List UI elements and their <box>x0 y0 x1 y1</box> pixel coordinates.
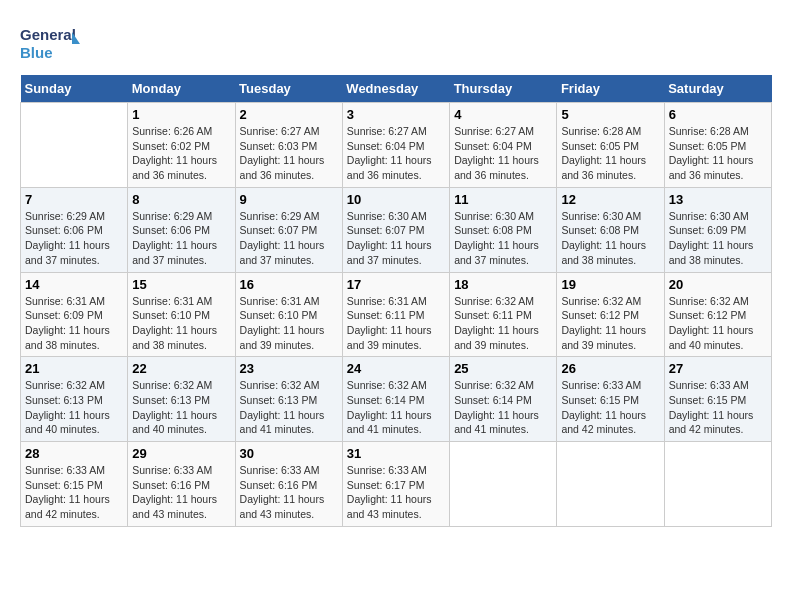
calendar-cell: 2Sunrise: 6:27 AM Sunset: 6:03 PM Daylig… <box>235 103 342 188</box>
calendar-header-row: SundayMondayTuesdayWednesdayThursdayFrid… <box>21 75 772 103</box>
day-detail: Sunrise: 6:32 AM Sunset: 6:12 PM Dayligh… <box>669 294 767 353</box>
header-sunday: Sunday <box>21 75 128 103</box>
day-number: 24 <box>347 361 445 376</box>
calendar-cell: 15Sunrise: 6:31 AM Sunset: 6:10 PM Dayli… <box>128 272 235 357</box>
day-detail: Sunrise: 6:31 AM Sunset: 6:09 PM Dayligh… <box>25 294 123 353</box>
calendar-cell: 4Sunrise: 6:27 AM Sunset: 6:04 PM Daylig… <box>450 103 557 188</box>
day-detail: Sunrise: 6:30 AM Sunset: 6:09 PM Dayligh… <box>669 209 767 268</box>
day-number: 9 <box>240 192 338 207</box>
calendar-cell: 24Sunrise: 6:32 AM Sunset: 6:14 PM Dayli… <box>342 357 449 442</box>
day-detail: Sunrise: 6:26 AM Sunset: 6:02 PM Dayligh… <box>132 124 230 183</box>
calendar-cell: 31Sunrise: 6:33 AM Sunset: 6:17 PM Dayli… <box>342 442 449 527</box>
calendar-cell: 22Sunrise: 6:32 AM Sunset: 6:13 PM Dayli… <box>128 357 235 442</box>
header-wednesday: Wednesday <box>342 75 449 103</box>
day-detail: Sunrise: 6:32 AM Sunset: 6:13 PM Dayligh… <box>25 378 123 437</box>
calendar-cell <box>557 442 664 527</box>
day-number: 28 <box>25 446 123 461</box>
day-detail: Sunrise: 6:30 AM Sunset: 6:07 PM Dayligh… <box>347 209 445 268</box>
logo-svg: GeneralBlue <box>20 20 80 65</box>
day-detail: Sunrise: 6:29 AM Sunset: 6:06 PM Dayligh… <box>132 209 230 268</box>
calendar-week-row: 1Sunrise: 6:26 AM Sunset: 6:02 PM Daylig… <box>21 103 772 188</box>
day-detail: Sunrise: 6:27 AM Sunset: 6:04 PM Dayligh… <box>347 124 445 183</box>
day-number: 2 <box>240 107 338 122</box>
day-number: 17 <box>347 277 445 292</box>
day-number: 6 <box>669 107 767 122</box>
calendar-cell: 13Sunrise: 6:30 AM Sunset: 6:09 PM Dayli… <box>664 187 771 272</box>
day-detail: Sunrise: 6:29 AM Sunset: 6:06 PM Dayligh… <box>25 209 123 268</box>
day-detail: Sunrise: 6:32 AM Sunset: 6:13 PM Dayligh… <box>132 378 230 437</box>
calendar-cell: 28Sunrise: 6:33 AM Sunset: 6:15 PM Dayli… <box>21 442 128 527</box>
calendar-cell: 29Sunrise: 6:33 AM Sunset: 6:16 PM Dayli… <box>128 442 235 527</box>
calendar-cell <box>21 103 128 188</box>
day-number: 19 <box>561 277 659 292</box>
day-number: 27 <box>669 361 767 376</box>
calendar-cell: 20Sunrise: 6:32 AM Sunset: 6:12 PM Dayli… <box>664 272 771 357</box>
day-detail: Sunrise: 6:30 AM Sunset: 6:08 PM Dayligh… <box>454 209 552 268</box>
day-detail: Sunrise: 6:28 AM Sunset: 6:05 PM Dayligh… <box>561 124 659 183</box>
day-number: 30 <box>240 446 338 461</box>
day-detail: Sunrise: 6:32 AM Sunset: 6:14 PM Dayligh… <box>454 378 552 437</box>
day-number: 26 <box>561 361 659 376</box>
day-number: 16 <box>240 277 338 292</box>
calendar-cell: 16Sunrise: 6:31 AM Sunset: 6:10 PM Dayli… <box>235 272 342 357</box>
day-detail: Sunrise: 6:33 AM Sunset: 6:15 PM Dayligh… <box>561 378 659 437</box>
day-detail: Sunrise: 6:32 AM Sunset: 6:13 PM Dayligh… <box>240 378 338 437</box>
calendar-cell: 27Sunrise: 6:33 AM Sunset: 6:15 PM Dayli… <box>664 357 771 442</box>
day-number: 12 <box>561 192 659 207</box>
header: GeneralBlue <box>20 20 772 65</box>
day-detail: Sunrise: 6:30 AM Sunset: 6:08 PM Dayligh… <box>561 209 659 268</box>
calendar-cell: 1Sunrise: 6:26 AM Sunset: 6:02 PM Daylig… <box>128 103 235 188</box>
day-number: 14 <box>25 277 123 292</box>
calendar-cell <box>450 442 557 527</box>
header-tuesday: Tuesday <box>235 75 342 103</box>
svg-text:Blue: Blue <box>20 44 53 61</box>
calendar-cell: 19Sunrise: 6:32 AM Sunset: 6:12 PM Dayli… <box>557 272 664 357</box>
calendar-cell: 7Sunrise: 6:29 AM Sunset: 6:06 PM Daylig… <box>21 187 128 272</box>
calendar-cell: 10Sunrise: 6:30 AM Sunset: 6:07 PM Dayli… <box>342 187 449 272</box>
day-detail: Sunrise: 6:31 AM Sunset: 6:10 PM Dayligh… <box>240 294 338 353</box>
calendar-cell <box>664 442 771 527</box>
day-detail: Sunrise: 6:28 AM Sunset: 6:05 PM Dayligh… <box>669 124 767 183</box>
calendar-week-row: 7Sunrise: 6:29 AM Sunset: 6:06 PM Daylig… <box>21 187 772 272</box>
day-detail: Sunrise: 6:33 AM Sunset: 6:16 PM Dayligh… <box>240 463 338 522</box>
day-number: 20 <box>669 277 767 292</box>
calendar-cell: 25Sunrise: 6:32 AM Sunset: 6:14 PM Dayli… <box>450 357 557 442</box>
header-friday: Friday <box>557 75 664 103</box>
day-detail: Sunrise: 6:33 AM Sunset: 6:17 PM Dayligh… <box>347 463 445 522</box>
day-number: 25 <box>454 361 552 376</box>
svg-text:General: General <box>20 26 76 43</box>
calendar-cell: 12Sunrise: 6:30 AM Sunset: 6:08 PM Dayli… <box>557 187 664 272</box>
day-number: 5 <box>561 107 659 122</box>
day-number: 18 <box>454 277 552 292</box>
day-number: 8 <box>132 192 230 207</box>
calendar-cell: 3Sunrise: 6:27 AM Sunset: 6:04 PM Daylig… <box>342 103 449 188</box>
day-detail: Sunrise: 6:33 AM Sunset: 6:15 PM Dayligh… <box>669 378 767 437</box>
day-number: 10 <box>347 192 445 207</box>
calendar-cell: 5Sunrise: 6:28 AM Sunset: 6:05 PM Daylig… <box>557 103 664 188</box>
calendar-cell: 26Sunrise: 6:33 AM Sunset: 6:15 PM Dayli… <box>557 357 664 442</box>
header-monday: Monday <box>128 75 235 103</box>
calendar-cell: 6Sunrise: 6:28 AM Sunset: 6:05 PM Daylig… <box>664 103 771 188</box>
svg-marker-2 <box>72 32 80 44</box>
day-detail: Sunrise: 6:27 AM Sunset: 6:03 PM Dayligh… <box>240 124 338 183</box>
day-detail: Sunrise: 6:29 AM Sunset: 6:07 PM Dayligh… <box>240 209 338 268</box>
logo: GeneralBlue <box>20 20 80 65</box>
day-detail: Sunrise: 6:33 AM Sunset: 6:16 PM Dayligh… <box>132 463 230 522</box>
calendar-cell: 21Sunrise: 6:32 AM Sunset: 6:13 PM Dayli… <box>21 357 128 442</box>
calendar-week-row: 21Sunrise: 6:32 AM Sunset: 6:13 PM Dayli… <box>21 357 772 442</box>
day-number: 11 <box>454 192 552 207</box>
day-number: 23 <box>240 361 338 376</box>
day-number: 13 <box>669 192 767 207</box>
day-number: 1 <box>132 107 230 122</box>
calendar-cell: 23Sunrise: 6:32 AM Sunset: 6:13 PM Dayli… <box>235 357 342 442</box>
day-detail: Sunrise: 6:31 AM Sunset: 6:11 PM Dayligh… <box>347 294 445 353</box>
day-number: 22 <box>132 361 230 376</box>
day-number: 7 <box>25 192 123 207</box>
calendar-week-row: 28Sunrise: 6:33 AM Sunset: 6:15 PM Dayli… <box>21 442 772 527</box>
header-saturday: Saturday <box>664 75 771 103</box>
day-number: 3 <box>347 107 445 122</box>
calendar-table: SundayMondayTuesdayWednesdayThursdayFrid… <box>20 75 772 527</box>
day-detail: Sunrise: 6:32 AM Sunset: 6:14 PM Dayligh… <box>347 378 445 437</box>
calendar-cell: 9Sunrise: 6:29 AM Sunset: 6:07 PM Daylig… <box>235 187 342 272</box>
day-number: 21 <box>25 361 123 376</box>
